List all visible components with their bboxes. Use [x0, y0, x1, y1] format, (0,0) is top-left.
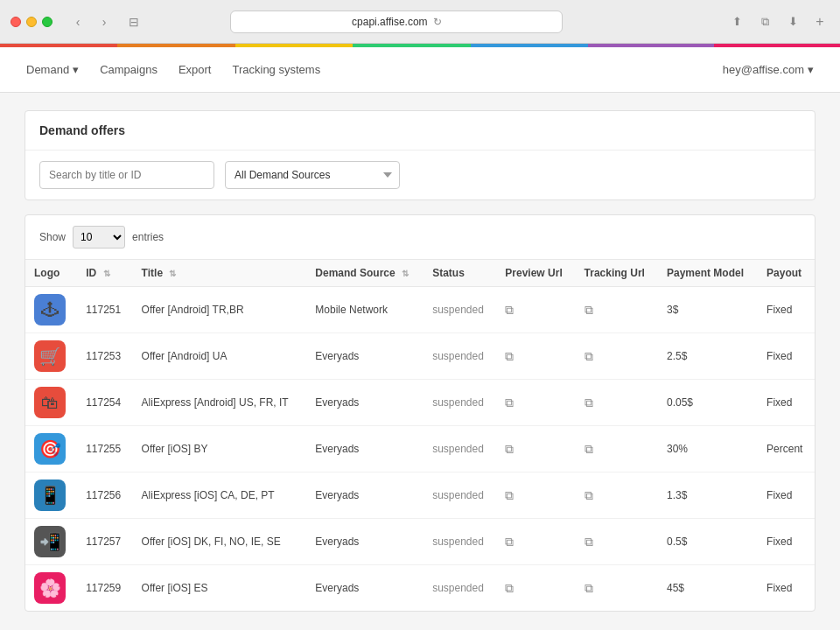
nav-export[interactable]: Export	[178, 60, 212, 80]
cell-id: 117257	[77, 519, 132, 565]
cell-title: Offer [Android] TR,BR	[133, 287, 307, 333]
status-badge: suspended	[432, 396, 484, 409]
tracking-url-link[interactable]: ⧉	[584, 488, 593, 502]
table-card: Show 10 25 50 100 entries Logo ID ⇅ Titl…	[24, 214, 816, 612]
table-row: 📱117256AliExpress [iOS] CA, DE, PTEverya…	[25, 472, 815, 519]
preview-url-link[interactable]: ⧉	[505, 535, 514, 549]
demand-chevron-icon: ▾	[73, 63, 79, 76]
tracking-url-link[interactable]: ⧉	[584, 396, 593, 410]
filter-row: All Demand SourcesEveryadsMobile Network	[25, 150, 815, 200]
user-chevron-icon: ▾	[808, 63, 814, 76]
cell-tracking-url: ⧉	[576, 380, 658, 426]
cell-id: 117255	[77, 426, 132, 472]
table-body: 🕹117251Offer [Android] TR,BRMobile Netwo…	[25, 287, 815, 612]
entries-select[interactable]: 10 25 50 100	[73, 226, 125, 248]
tracking-url-link[interactable]: ⧉	[584, 349, 593, 363]
col-tracking-url: Tracking Url	[576, 260, 658, 287]
table-row: 🌸117259Offer [iOS] ESEveryadssuspended⧉⧉…	[25, 565, 815, 612]
cell-tracking-url: ⧉	[576, 426, 658, 472]
nav-left: Demand ▾ Campaigns Export Tracking syste…	[26, 60, 320, 80]
col-title[interactable]: Title ⇅	[133, 260, 307, 287]
cell-payment-model: 0.05$	[658, 380, 758, 426]
demand-source-select[interactable]: All Demand SourcesEveryadsMobile Network	[225, 161, 400, 189]
sidebar-toggle-button[interactable]: ⊟	[122, 13, 145, 31]
preview-url-link[interactable]: ⧉	[505, 303, 514, 317]
status-badge: suspended	[432, 304, 484, 316]
sort-id-icon: ⇅	[103, 269, 110, 278]
cell-demand-source: Everyads	[306, 333, 424, 380]
cell-preview-url: ⧉	[496, 565, 575, 612]
cell-preview-url: ⧉	[496, 472, 575, 519]
nav-buttons: ‹ ›	[66, 13, 116, 31]
share-button[interactable]: ⬆	[726, 13, 749, 31]
bookmark-button[interactable]: ⧉	[754, 13, 777, 31]
download-button[interactable]: ⬇	[782, 13, 805, 31]
table-row: 🛒117253Offer [Android] UAEveryadssuspend…	[25, 333, 815, 380]
preview-url-link[interactable]: ⧉	[505, 581, 514, 595]
cell-demand-source: Mobile Network	[306, 287, 424, 333]
cell-demand-source: Everyads	[306, 380, 424, 426]
cell-id: 117253	[77, 333, 132, 380]
cell-logo: 🌸	[25, 565, 77, 612]
cell-status: suspended	[424, 565, 496, 612]
table-row: 🕹117251Offer [Android] TR,BRMobile Netwo…	[25, 287, 815, 333]
cell-preview-url: ⧉	[496, 380, 575, 426]
cell-id: 117259	[77, 565, 132, 612]
cell-demand-source: Everyads	[306, 565, 424, 612]
address-bar: cpapi.affise.com ↻	[230, 10, 563, 33]
cell-status: suspended	[424, 380, 496, 426]
tracking-url-link[interactable]: ⧉	[584, 535, 593, 549]
cell-title: Offer [Android] UA	[133, 333, 307, 380]
url-text: cpapi.affise.com	[352, 16, 428, 28]
preview-url-link[interactable]: ⧉	[505, 396, 514, 410]
cell-title: Offer [iOS] DK, FI, NO, IE, SE	[133, 519, 307, 565]
cell-payment-model: 1.3$	[658, 472, 758, 519]
cell-demand-source: Everyads	[306, 519, 424, 565]
reload-button[interactable]: ↻	[433, 16, 442, 28]
cell-preview-url: ⧉	[496, 426, 575, 472]
nav-tracking-systems[interactable]: Tracking systems	[232, 60, 320, 80]
preview-url-link[interactable]: ⧉	[505, 349, 514, 363]
back-button[interactable]: ‹	[66, 13, 89, 31]
table-row: 🎯117255Offer [iOS] BYEveryadssuspended⧉⧉…	[25, 426, 815, 472]
close-button[interactable]	[10, 17, 21, 27]
cell-tracking-url: ⧉	[576, 519, 658, 565]
cell-preview-url: ⧉	[496, 333, 575, 380]
tracking-url-link[interactable]: ⧉	[584, 442, 593, 456]
nav-campaigns[interactable]: Campaigns	[100, 60, 158, 80]
status-badge: suspended	[432, 350, 484, 362]
cell-status: suspended	[424, 333, 496, 380]
cell-tracking-url: ⧉	[576, 472, 658, 519]
card-title: Demand offers	[39, 123, 125, 137]
nav-demand[interactable]: Demand ▾	[26, 63, 79, 76]
new-tab-button[interactable]: +	[810, 12, 830, 32]
cell-tracking-url: ⧉	[576, 565, 658, 612]
forward-button[interactable]: ›	[93, 13, 116, 31]
cell-demand-source: Everyads	[306, 472, 424, 519]
col-demand-source[interactable]: Demand Source ⇅	[306, 260, 424, 287]
status-badge: suspended	[432, 536, 484, 548]
cell-status: suspended	[424, 426, 496, 472]
cell-status: suspended	[424, 287, 496, 333]
cell-payment-model: 30%	[658, 426, 758, 472]
col-payment-model: Payment Model	[658, 260, 758, 287]
preview-url-link[interactable]: ⧉	[505, 442, 514, 456]
cell-payout: Fixed	[758, 287, 815, 333]
minimize-button[interactable]	[26, 17, 37, 27]
user-email: hey@affise.com	[723, 63, 804, 76]
col-id[interactable]: ID ⇅	[77, 260, 132, 287]
maximize-button[interactable]	[42, 17, 52, 27]
preview-url-link[interactable]: ⧉	[505, 488, 514, 502]
browser-actions: ⬆ ⧉ ⬇ +	[726, 12, 830, 32]
cell-payment-model: 45$	[658, 565, 758, 612]
nav-user[interactable]: hey@affise.com ▾	[723, 63, 814, 76]
cell-payment-model: 0.5$	[658, 519, 758, 565]
cell-logo: 🛒	[25, 333, 77, 380]
tracking-url-link[interactable]: ⧉	[584, 303, 593, 317]
cell-logo: 🕹	[25, 287, 77, 333]
tracking-url-link[interactable]: ⧉	[584, 581, 593, 595]
main-content: Demand offers All Demand SourcesEveryads…	[0, 93, 840, 629]
col-payout: Payout	[758, 260, 815, 287]
search-input[interactable]	[39, 161, 214, 189]
cell-title: AliExpress [iOS] CA, DE, PT	[133, 472, 307, 519]
